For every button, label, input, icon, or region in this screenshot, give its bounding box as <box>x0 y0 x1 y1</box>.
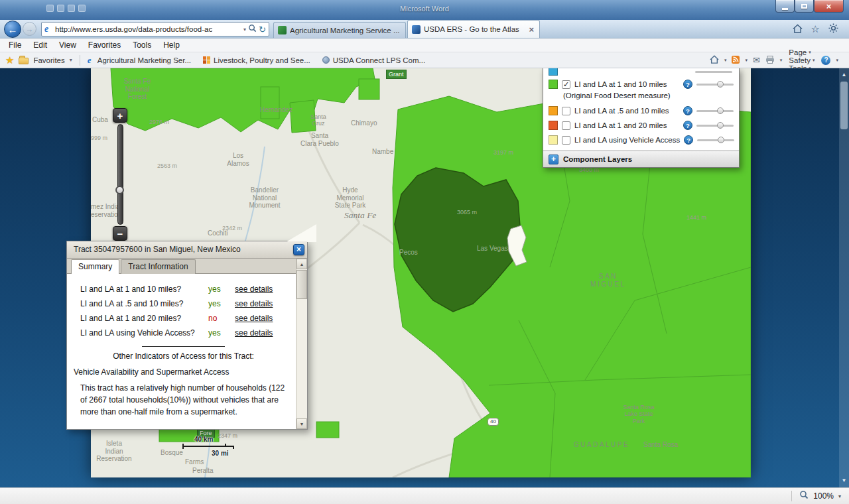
menu-tools[interactable]: Tools <box>127 39 157 51</box>
favorites-bar-link[interactable]: Livestock, Poultry and See... <box>203 56 310 64</box>
scroll-up-icon[interactable]: ▲ <box>296 259 307 269</box>
menu-favorites[interactable]: Favorites <box>82 39 127 51</box>
read-mail-icon[interactable]: ✉ <box>753 55 760 65</box>
map-label: Pecos <box>399 249 418 257</box>
tab-favicon <box>278 26 287 34</box>
layer-checkbox[interactable] <box>562 121 570 130</box>
component-layers-bar[interactable]: + Component Layers <box>543 151 739 167</box>
chevron-down-icon[interactable]: ▾ <box>70 57 72 63</box>
command-safety[interactable]: Safety▾ <box>787 56 816 64</box>
see-details-link[interactable]: see details <box>235 328 273 338</box>
layer-opacity-slider[interactable] <box>696 107 734 115</box>
see-details-link[interactable]: see details <box>235 314 273 323</box>
tab-close-icon[interactable]: × <box>527 25 535 34</box>
scrollbar-thumb[interactable] <box>296 270 307 299</box>
popup-tab-tract-information[interactable]: Tract Information <box>121 259 195 274</box>
tract-info-popup: Tract 35047957600 in San Miguel, New Mex… <box>66 241 308 430</box>
layer-label: LI and LA using Vehicle Access <box>574 136 680 144</box>
help-icon[interactable]: ? <box>821 56 830 65</box>
maximize-button[interactable] <box>795 0 814 13</box>
browser-scrollbar[interactable]: ▲ ▼ <box>839 68 849 487</box>
layer-opacity-slider[interactable] <box>696 80 734 88</box>
menu-edit[interactable]: Edit <box>27 39 53 51</box>
scroll-up-icon[interactable]: ▲ <box>839 70 849 80</box>
popup-question-row: LI and LA using Vehicle Access?yessee de… <box>80 326 293 340</box>
favorites-star-icon[interactable]: ☆ <box>811 24 820 34</box>
ie-window: Microsoft Word × ← → e http://www.ers.us… <box>0 0 849 504</box>
map-label: Hyde Memorial State Park <box>324 186 377 210</box>
zoom-out-button[interactable]: − <box>113 226 127 241</box>
address-dropdown-icon[interactable]: ▾ <box>243 27 246 32</box>
zoom-slider-track[interactable] <box>117 124 123 225</box>
scrollbar-thumb[interactable] <box>840 82 848 129</box>
see-details-link[interactable]: see details <box>235 299 273 308</box>
layer-checkbox[interactable] <box>562 107 570 115</box>
minimize-button[interactable] <box>775 0 795 13</box>
layer-label: LI and LA at 1 and 10 miles <box>574 80 679 88</box>
favorites-bar-link[interactable]: USDA Connect LPS Com... <box>322 56 425 64</box>
layer-checkbox[interactable] <box>562 136 570 145</box>
home-icon[interactable] <box>710 54 719 66</box>
slider-handle[interactable] <box>718 137 724 143</box>
answer-text: yes <box>208 328 235 338</box>
refresh-icon[interactable]: ↻ <box>259 25 266 34</box>
layer-checkbox[interactable]: ✓ <box>562 80 570 89</box>
slider-handle[interactable] <box>717 81 724 88</box>
menu-view[interactable]: View <box>53 39 82 51</box>
slider-handle[interactable] <box>717 122 724 129</box>
page-favicon: e <box>44 24 53 34</box>
browser-tab-1[interactable]: USDA ERS - Go to the Atlas× <box>407 20 540 38</box>
back-button[interactable]: ← <box>4 21 21 38</box>
help-icon[interactable]: ? <box>683 121 692 130</box>
popup-tab-summary[interactable]: Summary <box>71 259 119 274</box>
chevron-down-icon[interactable]: ▾ <box>724 58 727 63</box>
chevron-down-icon[interactable]: ▾ <box>838 493 841 499</box>
browser-tab-0[interactable]: Agricultural Marketing Service ... <box>273 22 406 38</box>
layer-opacity-slider[interactable] <box>696 121 734 129</box>
command-page[interactable]: Page▾ <box>787 48 816 56</box>
zoom-level-icon[interactable] <box>799 490 809 502</box>
print-icon[interactable] <box>765 54 775 66</box>
chevron-down-icon: ▾ <box>809 50 811 55</box>
favorites-button[interactable]: Favorites <box>33 56 64 64</box>
rss-feed-icon[interactable] <box>732 54 740 66</box>
favorites-link-label: USDA Connect LPS Com... <box>333 56 425 64</box>
home-icon[interactable] <box>793 24 803 34</box>
scroll-down-icon[interactable]: ▼ <box>839 475 849 486</box>
chevron-down-icon[interactable]: ▾ <box>745 58 748 63</box>
address-bar[interactable]: e http://www.ers.usda.gov/data-products/… <box>41 22 269 36</box>
layer-label: LI and LA at 1 and 20 miles <box>574 121 679 129</box>
tract-description: This tract has a relatively high number … <box>80 382 290 418</box>
tools-gear-icon[interactable] <box>828 23 838 34</box>
forward-button[interactable]: → <box>23 22 36 36</box>
zoom-slider-handle[interactable] <box>115 186 124 194</box>
menu-file[interactable]: File <box>3 39 27 51</box>
menu-help[interactable]: Help <box>157 39 186 51</box>
zoom-level[interactable]: 100% <box>813 491 834 501</box>
zoom-control: + − <box>113 108 127 241</box>
favorites-bar-link[interactable]: eAgricultural Marketing Ser... <box>88 55 191 66</box>
search-icon[interactable] <box>248 23 257 35</box>
popup-question-row: LI and LA at 1 and 20 miles?nosee detail… <box>80 311 293 326</box>
chevron-down-icon[interactable]: ▾ <box>836 58 838 63</box>
help-icon[interactable]: ? <box>684 135 693 145</box>
layer-swatch <box>549 106 558 115</box>
chevron-down-icon[interactable]: ▾ <box>780 58 783 63</box>
slider-handle[interactable] <box>717 107 724 114</box>
popup-scrollbar[interactable]: ▲ ▼ <box>296 259 307 429</box>
expand-component-layers-button[interactable]: + <box>549 155 558 164</box>
zoom-in-button[interactable]: + <box>113 108 127 123</box>
map-label: 3197 m <box>493 149 513 156</box>
see-details-link[interactable]: see details <box>235 284 273 294</box>
layer-swatch <box>549 135 558 145</box>
help-icon[interactable]: ? <box>683 80 692 89</box>
popup-close-button[interactable]: × <box>293 244 304 255</box>
url-text[interactable]: http://www.ers.usda.gov/data-products/fo… <box>55 25 241 33</box>
close-button[interactable]: × <box>814 0 844 13</box>
map-label: 999 m <box>91 135 107 141</box>
scroll-down-icon[interactable]: ▼ <box>296 418 307 429</box>
add-favorite-star-icon[interactable]: ★ <box>5 54 14 66</box>
map-label: Bosque <box>161 449 183 457</box>
layer-opacity-slider[interactable] <box>697 136 734 144</box>
help-icon[interactable]: ? <box>683 106 692 115</box>
